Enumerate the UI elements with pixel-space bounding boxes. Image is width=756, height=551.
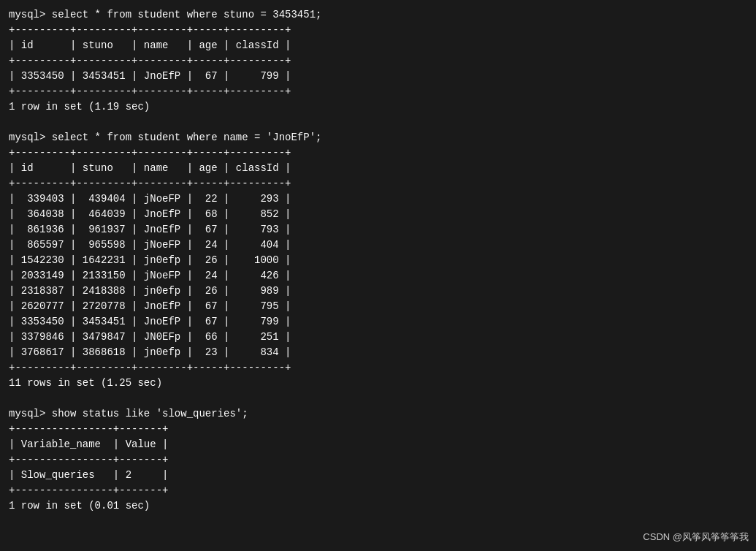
terminal-content: mysql> select * from student where stuno…	[9, 7, 747, 514]
watermark: CSDN @风筝风筝筝筝我	[643, 531, 749, 544]
terminal-window: mysql> select * from student where stuno…	[0, 0, 756, 551]
